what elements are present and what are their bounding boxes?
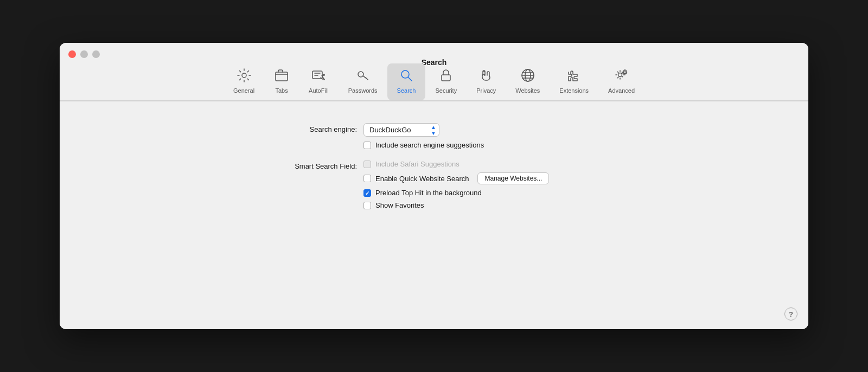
toolbar-passwords-label: Passwords (348, 87, 378, 94)
search-engine-controls: Google Yahoo Bing DuckDuckGo Ecosia ▲ ▼ (363, 123, 602, 149)
help-button[interactable]: ? (784, 307, 797, 320)
toolbar-item-tabs[interactable]: Tabs (264, 63, 299, 100)
include-safari-row: Include Safari Suggestions (363, 160, 602, 168)
smart-search-label: Smart Search Field: (266, 160, 363, 170)
content-area: Search engine: Google Yahoo Bing DuckDuc… (60, 101, 808, 329)
manage-websites-button[interactable]: Manage Websites... (477, 172, 549, 184)
toolbar: General Tabs (213, 63, 655, 100)
preload-top-hit-checkbox[interactable] (363, 189, 371, 197)
toolbar-item-search[interactable]: Search (387, 63, 426, 100)
show-favorites-label[interactable]: Show Favorites (375, 201, 424, 209)
maximize-button[interactable] (92, 50, 100, 58)
include-suggestions-row: Include search engine suggestions (363, 141, 602, 149)
include-suggestions-label[interactable]: Include search engine suggestions (375, 141, 484, 149)
preload-top-hit-row: Preload Top Hit in the background (363, 189, 602, 197)
puzzle-icon (566, 68, 582, 85)
gear-icon (237, 68, 252, 85)
window-controls (68, 50, 100, 58)
toolbar-item-autofill[interactable]: AutoFill (299, 63, 339, 100)
include-safari-checkbox[interactable] (363, 161, 371, 168)
hand-icon (478, 68, 494, 85)
svg-point-5 (401, 70, 409, 78)
show-favorites-checkbox[interactable] (363, 202, 371, 209)
toolbar-item-advanced[interactable]: Advanced (598, 63, 644, 100)
titlebar: Search General (60, 43, 808, 101)
show-favorites-row: Show Favorites (363, 201, 602, 209)
smart-search-row: Smart Search Field: Include Safari Sugge… (266, 160, 602, 209)
toolbar-item-passwords[interactable]: Passwords (339, 63, 387, 100)
enable-quick-label[interactable]: Enable Quick Website Search (375, 175, 469, 183)
enable-quick-row: Enable Quick Website Search Manage Websi… (363, 172, 602, 184)
settings-window: Search General (60, 43, 808, 329)
svg-point-13 (618, 73, 622, 77)
toolbar-privacy-label: Privacy (476, 87, 496, 94)
lock-icon (438, 68, 454, 85)
enable-quick-checkbox[interactable] (363, 175, 371, 182)
toolbar-item-privacy[interactable]: Privacy (467, 63, 506, 100)
svg-point-0 (242, 73, 246, 78)
search-engine-label: Search engine: (266, 123, 363, 133)
search-icon (399, 68, 414, 85)
search-engine-select-row: Google Yahoo Bing DuckDuckGo Ecosia ▲ ▼ (363, 123, 602, 137)
autofill-icon (311, 68, 326, 85)
settings-grid: Search engine: Google Yahoo Bing DuckDuc… (244, 123, 624, 209)
toolbar-websites-label: Websites (515, 87, 540, 94)
toolbar-item-extensions[interactable]: Extensions (550, 63, 598, 100)
toolbar-tabs-label: Tabs (275, 87, 288, 94)
gear-advanced-icon (614, 68, 629, 85)
toolbar-extensions-label: Extensions (559, 87, 589, 94)
tabs-icon (274, 68, 289, 85)
globe-icon (520, 68, 535, 85)
toolbar-item-websites[interactable]: Websites (506, 63, 550, 100)
svg-rect-1 (276, 72, 288, 81)
svg-rect-7 (442, 75, 450, 81)
include-suggestions-checkbox[interactable] (363, 142, 371, 149)
toolbar-item-security[interactable]: Security (425, 63, 467, 100)
toolbar-security-label: Security (435, 87, 457, 94)
svg-point-4 (358, 72, 363, 77)
search-engine-select-wrapper: Google Yahoo Bing DuckDuckGo Ecosia ▲ ▼ (363, 123, 439, 137)
search-engine-select[interactable]: Google Yahoo Bing DuckDuckGo Ecosia (363, 123, 439, 137)
close-button[interactable] (68, 50, 76, 58)
search-engine-row: Search engine: Google Yahoo Bing DuckDuc… (266, 123, 602, 149)
toolbar-autofill-label: AutoFill (309, 87, 329, 94)
toolbar-item-general[interactable]: General (224, 63, 264, 100)
toolbar-search-label: Search (397, 87, 416, 94)
preload-top-hit-label[interactable]: Preload Top Hit in the background (375, 189, 482, 197)
include-safari-label: Include Safari Suggestions (375, 160, 459, 168)
key-icon (355, 68, 371, 85)
smart-search-controls: Include Safari Suggestions Enable Quick … (363, 160, 602, 209)
svg-line-6 (409, 78, 412, 81)
toolbar-advanced-label: Advanced (608, 87, 635, 94)
toolbar-general-label: General (233, 87, 254, 94)
minimize-button[interactable] (80, 50, 88, 58)
